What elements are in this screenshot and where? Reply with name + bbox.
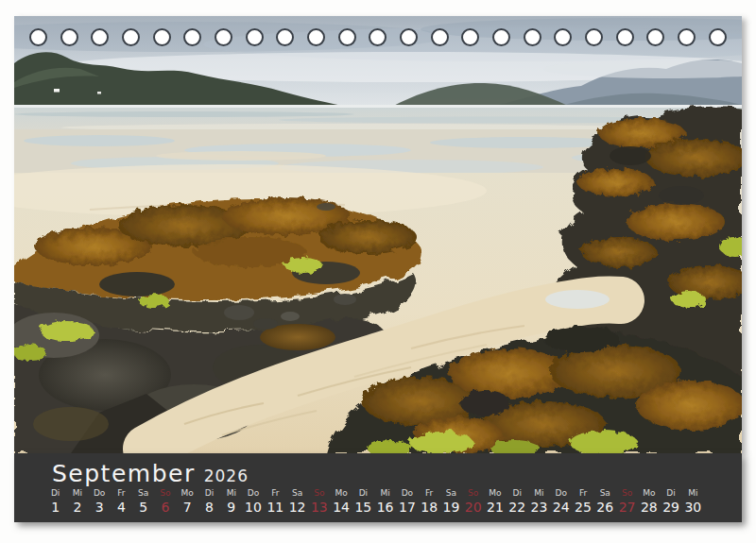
binding-ring — [554, 28, 572, 46]
day-cell: Sa 5 — [132, 488, 154, 516]
calendar-days-row: Di 1 Mi 2 Do 3 Fr 4 Sa 5 So 6 Mo 7 Di 8 … — [44, 488, 704, 516]
day-number: 2 — [73, 500, 81, 516]
day-cell: Di 15 — [352, 488, 374, 516]
binding-ring — [524, 28, 541, 46]
calendar-bar: September 2026 Di 1 Mi 2 Do 3 Fr 4 Sa 5 … — [14, 453, 742, 522]
day-number: 19 — [443, 500, 460, 516]
day-cell: Fr 18 — [419, 488, 440, 516]
weekday-label: Sa — [446, 488, 456, 498]
weekday-label: Do — [94, 488, 105, 498]
weekday-label: Do — [556, 488, 567, 498]
day-number: 17 — [399, 500, 416, 516]
day-cell: Sa 12 — [286, 488, 308, 516]
day-number: 25 — [575, 500, 592, 516]
binding-ring — [492, 28, 510, 46]
weekday-label: Mo — [181, 488, 194, 498]
beach-landscape-graphic — [14, 16, 742, 453]
weekday-label: Di — [359, 488, 368, 498]
day-number: 6 — [162, 500, 170, 516]
binding-ring — [461, 28, 479, 46]
weekday-label: So — [468, 488, 478, 498]
weekday-label: Do — [248, 488, 259, 498]
day-number: 8 — [205, 500, 214, 516]
weekday-label: So — [160, 488, 170, 498]
binding-ring — [616, 28, 634, 46]
weekday-label: So — [622, 488, 632, 498]
day-cell: So 27 — [616, 488, 638, 516]
day-number: 3 — [95, 500, 104, 516]
day-number: 29 — [662, 500, 679, 516]
weekday-label: Di — [205, 488, 214, 498]
day-cell: So 20 — [462, 488, 484, 516]
day-cell: Do 10 — [242, 488, 264, 516]
binding-ring — [709, 28, 727, 46]
day-cell: Fr 25 — [572, 488, 593, 516]
weekday-label: Sa — [292, 488, 302, 498]
day-number: 28 — [641, 500, 658, 516]
day-number: 4 — [117, 500, 126, 516]
binding-ring — [153, 28, 171, 46]
weekday-label: Mo — [643, 488, 655, 498]
day-number: 27 — [619, 500, 636, 516]
binding-ring — [646, 28, 664, 46]
day-cell: Di 8 — [198, 488, 220, 516]
binding-rings — [29, 28, 727, 46]
binding-ring — [122, 28, 140, 46]
year-title: 2026 — [204, 467, 249, 485]
day-number: 15 — [354, 500, 371, 516]
weekday-label: Mi — [688, 488, 697, 498]
day-cell: So 6 — [154, 488, 176, 516]
day-cell: Di 22 — [507, 488, 528, 516]
day-number: 24 — [553, 500, 570, 516]
weekday-label: Mo — [489, 488, 501, 498]
weekday-label: Mi — [534, 488, 543, 498]
binding-ring — [431, 28, 449, 46]
day-number: 10 — [245, 500, 262, 516]
day-cell: Fr 11 — [265, 488, 286, 516]
day-number: 14 — [333, 500, 350, 516]
day-number: 16 — [377, 500, 394, 516]
weekday-label: Mi — [73, 488, 82, 498]
weekday-label: Fr — [271, 488, 279, 498]
binding-ring — [29, 28, 47, 46]
day-cell: Mo 28 — [638, 488, 660, 516]
weekday-label: Mo — [335, 488, 347, 498]
day-number: 21 — [487, 500, 504, 516]
day-cell: Mi 23 — [528, 488, 550, 516]
calendar-sheet: September 2026 Di 1 Mi 2 Do 3 Fr 4 Sa 5 … — [14, 16, 742, 522]
day-number: 11 — [266, 500, 284, 516]
day-number: 7 — [183, 500, 192, 516]
day-number: 9 — [227, 500, 235, 516]
day-cell: Sa 26 — [594, 488, 616, 516]
day-cell: Mi 16 — [374, 488, 396, 516]
binding-ring — [60, 28, 78, 46]
calendar-title: September 2026 — [52, 460, 742, 487]
day-number: 1 — [51, 500, 60, 516]
day-cell: Mi 30 — [682, 488, 704, 516]
day-number: 18 — [421, 500, 438, 516]
weekday-label: Fr — [579, 488, 587, 498]
binding-ring — [585, 28, 603, 46]
binding-ring — [400, 28, 418, 46]
weekday-label: Fr — [117, 488, 125, 498]
binding-ring — [678, 28, 696, 46]
binding-ring — [338, 28, 356, 46]
binding-ring — [91, 28, 109, 46]
day-cell: Mo 7 — [177, 488, 198, 516]
day-cell: Do 17 — [396, 488, 418, 516]
day-cell: Fr 4 — [111, 488, 132, 516]
weekday-label: So — [314, 488, 324, 498]
day-number: 30 — [684, 500, 701, 516]
day-number: 12 — [289, 500, 306, 516]
landscape-photo — [14, 16, 742, 453]
day-cell: So 13 — [308, 488, 330, 516]
day-number: 26 — [596, 500, 613, 516]
weekday-label: Di — [666, 488, 675, 498]
day-cell: Do 3 — [89, 488, 111, 516]
day-cell: Di 1 — [44, 488, 66, 516]
binding-ring — [369, 28, 387, 46]
weekday-label: Di — [512, 488, 521, 498]
weekday-label: Di — [51, 488, 60, 498]
binding-ring — [246, 28, 264, 46]
day-cell: Di 29 — [660, 488, 681, 516]
